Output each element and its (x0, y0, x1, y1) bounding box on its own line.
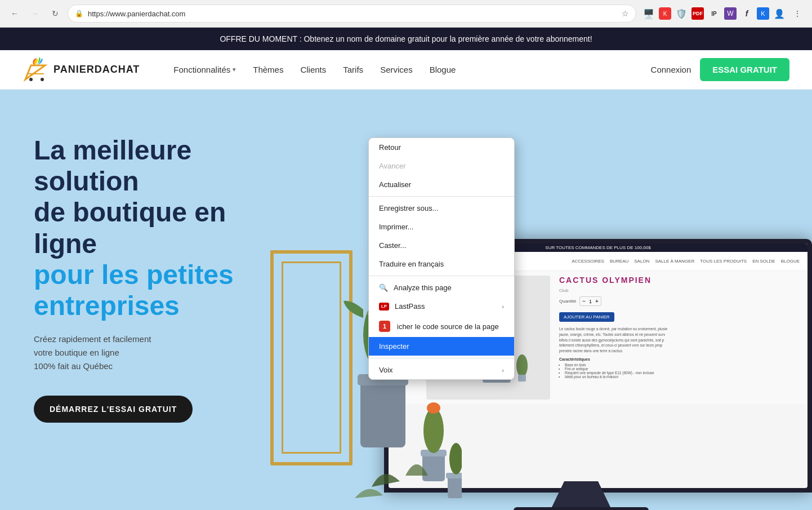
url-input[interactable] (88, 10, 617, 18)
ext-f-icon[interactable]: f (739, 6, 755, 21)
page-content: OFFRE DU MOMENT : Obtenez un nom de doma… (0, 28, 812, 510)
lock-icon: 🔒 (75, 10, 83, 17)
ext-shield-icon[interactable]: 🛡️ (673, 6, 689, 21)
imprimer-label: Imprimer... (379, 223, 413, 231)
ext-pdf-icon[interactable]: PDF (691, 7, 704, 20)
context-menu: Retour Avancer Actualiser Enregistrer so… (368, 138, 515, 380)
context-menu-avancer: Avancer (369, 157, 514, 175)
browser-toolbar: ← → ↻ 🔒 ☆ 🖥️ K 🛡️ PDF IP W f K 👤 ⋮ (0, 0, 812, 27)
actualiser-label: Actualiser (379, 180, 411, 189)
view-source-label: icher le code source de la page (397, 322, 499, 331)
ext-monitor-icon[interactable]: 🖥️ (641, 6, 657, 21)
caster-label: Caster... (379, 241, 406, 250)
avancer-label: Avancer (379, 162, 405, 170)
traduire-label: Traduire en français (379, 260, 444, 268)
browser-chrome: ← → ↻ 🔒 ☆ 🖥️ K 🛡️ PDF IP W f K 👤 ⋮ (0, 0, 812, 28)
analyze-label: Analyze this page (394, 283, 452, 292)
enregistrer-label: Enregistrer sous... (379, 204, 439, 212)
separator-3 (369, 358, 514, 358)
bookmark-icon[interactable]: ☆ (622, 9, 629, 18)
context-menu-lastpass[interactable]: LP LastPass › (369, 297, 514, 316)
lastpass-label: LastPass (395, 302, 425, 311)
more-options-button[interactable]: ⋮ (789, 6, 805, 21)
ext-profile-icon[interactable]: 👤 (771, 6, 787, 21)
separator-1 (369, 196, 514, 197)
forward-button[interactable]: → (27, 6, 43, 21)
address-bar: 🔒 ☆ (68, 5, 636, 23)
inspecter-label: Inspecter (379, 342, 409, 351)
context-menu-caster[interactable]: Caster... (369, 236, 514, 255)
analyze-icon: 🔍 (379, 283, 388, 292)
context-menu-enregistrer[interactable]: Enregistrer sous... (369, 199, 514, 218)
retour-label: Retour (379, 143, 401, 152)
lastpass-icon: LP (379, 303, 389, 311)
context-menu-actualiser[interactable]: Actualiser (369, 175, 514, 194)
ext-ip-icon[interactable]: IP (706, 6, 722, 21)
lastpass-arrow-icon: › (502, 303, 504, 310)
ext-k-icon[interactable]: K (757, 7, 769, 20)
context-menu-overlay: Retour Avancer Actualiser Enregistrer so… (0, 28, 812, 510)
context-menu-inspecter[interactable]: Inspecter (369, 337, 514, 356)
reload-button[interactable]: ↻ (47, 6, 63, 21)
ext-w-icon[interactable]: W (724, 7, 737, 20)
voix-label: Voix (379, 366, 393, 374)
back-button[interactable]: ← (7, 6, 23, 21)
browser-extensions: 🖥️ K 🛡️ PDF IP W f K 👤 ⋮ (641, 6, 805, 21)
separator-2 (369, 276, 514, 276)
context-menu-voix[interactable]: Voix › (369, 361, 514, 379)
context-menu-analyze[interactable]: 🔍 Analyze this page (369, 278, 514, 297)
context-menu-traduire[interactable]: Traduire en français (369, 255, 514, 273)
context-menu-view-source[interactable]: 1 icher le code source de la page (369, 316, 514, 337)
context-menu-imprimer[interactable]: Imprimer... (369, 218, 514, 236)
voix-arrow-icon: › (502, 367, 504, 374)
ext-red-icon[interactable]: K (659, 7, 671, 20)
context-menu-retour[interactable]: Retour (369, 138, 514, 157)
badge-1-icon: 1 (379, 321, 390, 332)
